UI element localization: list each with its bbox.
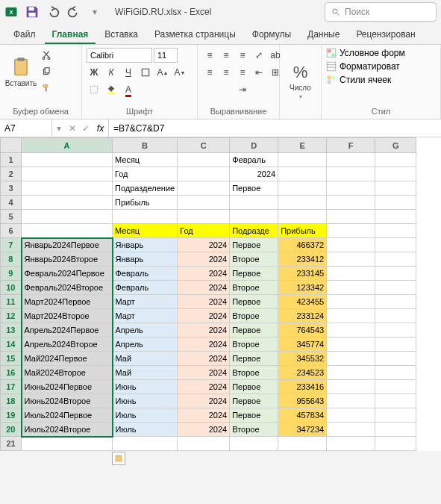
cell-C12[interactable]: 2024 — [178, 309, 230, 323]
font-name-select[interactable] — [87, 48, 152, 63]
cell-A2[interactable] — [22, 167, 113, 181]
cell-G10[interactable] — [375, 281, 416, 295]
cell-C17[interactable]: 2024 — [178, 380, 230, 394]
cell-D9[interactable]: Первое — [230, 267, 278, 281]
select-all-corner[interactable] — [1, 138, 22, 153]
cell-G21[interactable] — [375, 437, 416, 451]
cell-E18[interactable]: 955643 — [278, 394, 327, 408]
font-size-select[interactable] — [154, 48, 178, 63]
cell-G11[interactable] — [375, 295, 416, 309]
cell-D11[interactable]: Первое — [230, 295, 278, 309]
redo-icon[interactable] — [66, 4, 82, 20]
bold-button[interactable]: Ж — [87, 65, 101, 80]
name-box[interactable]: A7 — [0, 119, 52, 137]
cell-F7[interactable] — [327, 238, 375, 252]
cell-G8[interactable] — [375, 252, 416, 267]
spreadsheet-grid[interactable]: ABCDEFG1МесяцФевраль2Год20243Подразделен… — [0, 137, 441, 451]
row-header-2[interactable]: 2 — [1, 167, 22, 181]
cell-E11[interactable]: 423455 — [278, 295, 327, 309]
paste-button[interactable]: Вставить — [4, 54, 37, 90]
cell-F16[interactable] — [327, 366, 375, 380]
underline-button[interactable]: Ч — [121, 65, 136, 80]
cell-F4[interactable] — [327, 196, 375, 210]
cell-B16[interactable]: Май — [113, 366, 178, 380]
cell-F20[interactable] — [327, 423, 375, 437]
cell-C9[interactable]: 2024 — [178, 267, 230, 281]
cell-G3[interactable] — [375, 181, 416, 196]
row-header-13[interactable]: 13 — [1, 323, 22, 337]
formula-input[interactable]: =B7&C7&D7 — [109, 123, 441, 134]
cancel-formula-icon[interactable]: ✕ — [66, 119, 79, 137]
cell-B10[interactable]: Февраль — [113, 281, 178, 295]
qat-dropdown-icon[interactable]: ▾ — [87, 4, 103, 20]
cell-D20[interactable]: Второе — [230, 423, 278, 437]
cell-D2[interactable]: 2024 — [230, 167, 278, 181]
cell-C8[interactable]: 2024 — [178, 252, 230, 267]
cell-B1[interactable]: Месяц — [113, 153, 178, 167]
font-color-icon[interactable]: A — [121, 82, 136, 97]
search-input[interactable]: Поиск — [325, 2, 437, 22]
cell-D10[interactable]: Второе — [230, 281, 278, 295]
cell-C16[interactable]: 2024 — [178, 366, 230, 380]
align-left-icon[interactable]: ≡ — [202, 65, 217, 80]
row-header-12[interactable]: 12 — [1, 309, 22, 323]
cell-C21[interactable] — [178, 437, 230, 451]
cell-G5[interactable] — [375, 210, 416, 224]
cell-D17[interactable]: Первое — [230, 380, 278, 394]
cell-B2[interactable]: Год — [113, 167, 178, 181]
cut-icon[interactable] — [39, 48, 54, 63]
save-icon[interactable] — [24, 4, 40, 20]
cell-F18[interactable] — [327, 394, 375, 408]
cell-C14[interactable]: 2024 — [178, 337, 230, 352]
cell-G19[interactable] — [375, 408, 416, 423]
cell-E15[interactable]: 345532 — [278, 352, 327, 366]
cell-A20[interactable]: Июль2024Второе — [22, 423, 113, 437]
format-painter-icon[interactable] — [39, 81, 54, 96]
cell-E7[interactable]: 466372 — [278, 238, 327, 252]
namebox-dropdown-icon[interactable]: ▾ — [52, 119, 66, 137]
cell-G16[interactable] — [375, 366, 416, 380]
cell-C2[interactable] — [178, 167, 230, 181]
cell-F17[interactable] — [327, 380, 375, 394]
cell-F9[interactable] — [327, 267, 375, 281]
cell-C19[interactable]: 2024 — [178, 408, 230, 423]
cell-A6[interactable] — [22, 224, 113, 238]
decrease-indent-icon[interactable]: ⇤ — [251, 65, 266, 80]
cell-B12[interactable]: Март — [113, 309, 178, 323]
col-header-C[interactable]: C — [178, 138, 230, 153]
cell-D8[interactable]: Второе — [230, 252, 278, 267]
cell-A7[interactable]: Январь2024Первое — [22, 238, 113, 252]
cell-G15[interactable] — [375, 352, 416, 366]
cell-F11[interactable] — [327, 295, 375, 309]
cell-B21[interactable] — [113, 437, 178, 451]
cell-B14[interactable]: Апрель — [113, 337, 178, 352]
cell-E10[interactable]: 123342 — [278, 281, 327, 295]
cell-B8[interactable]: Январь — [113, 252, 178, 267]
cell-G13[interactable] — [375, 323, 416, 337]
cell-D18[interactable]: Первое — [230, 394, 278, 408]
cell-D16[interactable]: Второе — [230, 366, 278, 380]
tab-layout[interactable]: Разметка страницы — [147, 26, 243, 44]
cell-A14[interactable]: Апрель2024Второе — [22, 337, 113, 352]
cell-G7[interactable] — [375, 238, 416, 252]
cell-F6[interactable] — [327, 224, 375, 238]
cell-F5[interactable] — [327, 210, 375, 224]
tab-home[interactable]: Главная — [45, 26, 96, 44]
cell-C6[interactable]: Год — [178, 224, 230, 238]
cell-C7[interactable]: 2024 — [178, 238, 230, 252]
row-header-10[interactable]: 10 — [1, 281, 22, 295]
border-button[interactable] — [138, 65, 153, 80]
format-as-table-button[interactable]: Форматироват — [326, 61, 400, 72]
cell-D15[interactable]: Первое — [230, 352, 278, 366]
cell-D3[interactable]: Первое — [230, 181, 278, 196]
cell-G1[interactable] — [375, 153, 416, 167]
cell-D5[interactable] — [230, 210, 278, 224]
increase-indent-icon[interactable]: ⇥ — [235, 82, 250, 97]
row-header-17[interactable]: 17 — [1, 380, 22, 394]
cell-E8[interactable]: 233412 — [278, 252, 327, 267]
cell-E21[interactable] — [278, 437, 327, 451]
cell-C13[interactable]: 2024 — [178, 323, 230, 337]
cell-E12[interactable]: 233124 — [278, 309, 327, 323]
row-header-14[interactable]: 14 — [1, 337, 22, 352]
undo-icon[interactable] — [45, 4, 61, 20]
